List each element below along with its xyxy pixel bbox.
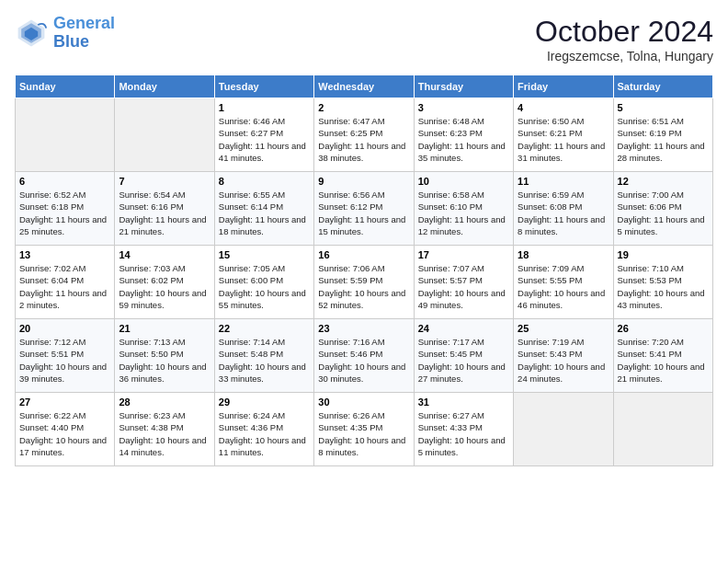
calendar-cell: 1Sunrise: 6:46 AM Sunset: 6:27 PM Daylig… bbox=[214, 98, 313, 172]
day-info: Sunrise: 6:51 AM Sunset: 6:19 PM Dayligh… bbox=[618, 115, 709, 164]
day-info: Sunrise: 6:27 AM Sunset: 4:33 PM Dayligh… bbox=[418, 409, 509, 458]
calendar-cell: 2Sunrise: 6:47 AM Sunset: 6:25 PM Daylig… bbox=[314, 98, 414, 172]
calendar-cell: 29Sunrise: 6:24 AM Sunset: 4:36 PM Dayli… bbox=[214, 393, 313, 466]
day-number: 22 bbox=[219, 323, 310, 334]
day-info: Sunrise: 6:55 AM Sunset: 6:14 PM Dayligh… bbox=[219, 189, 310, 237]
calendar-cell: 8Sunrise: 6:55 AM Sunset: 6:14 PM Daylig… bbox=[214, 172, 313, 246]
calendar-cell: 4Sunrise: 6:50 AM Sunset: 6:21 PM Daylig… bbox=[514, 98, 613, 172]
calendar-week-row: 20Sunrise: 7:12 AM Sunset: 5:51 PM Dayli… bbox=[16, 319, 713, 393]
day-info: Sunrise: 6:47 AM Sunset: 6:25 PM Dayligh… bbox=[318, 115, 409, 164]
calendar-cell: 9Sunrise: 6:56 AM Sunset: 6:12 PM Daylig… bbox=[314, 172, 414, 246]
day-number: 30 bbox=[318, 396, 409, 408]
day-info: Sunrise: 7:20 AM Sunset: 5:41 PM Dayligh… bbox=[618, 336, 709, 385]
day-number: 25 bbox=[518, 323, 609, 334]
page-header: General Blue October 2024 Iregszemcse, T… bbox=[15, 15, 713, 63]
calendar-cell: 13Sunrise: 7:02 AM Sunset: 6:04 PM Dayli… bbox=[16, 246, 115, 319]
day-info: Sunrise: 7:06 AM Sunset: 5:59 PM Dayligh… bbox=[318, 262, 409, 311]
day-number: 18 bbox=[518, 249, 609, 260]
col-header-wednesday: Wednesday bbox=[314, 75, 414, 98]
day-number: 16 bbox=[318, 249, 409, 260]
day-number: 9 bbox=[318, 176, 409, 187]
day-number: 12 bbox=[618, 176, 709, 187]
day-number: 23 bbox=[318, 323, 409, 334]
calendar-cell: 27Sunrise: 6:22 AM Sunset: 4:40 PM Dayli… bbox=[16, 393, 115, 466]
calendar-cell: 11Sunrise: 6:59 AM Sunset: 6:08 PM Dayli… bbox=[514, 172, 613, 246]
calendar-week-row: 1Sunrise: 6:46 AM Sunset: 6:27 PM Daylig… bbox=[16, 98, 713, 172]
calendar-cell: 14Sunrise: 7:03 AM Sunset: 6:02 PM Dayli… bbox=[115, 246, 214, 319]
day-info: Sunrise: 6:59 AM Sunset: 6:08 PM Dayligh… bbox=[518, 189, 609, 237]
calendar-cell bbox=[16, 98, 115, 172]
calendar-cell: 23Sunrise: 7:16 AM Sunset: 5:46 PM Dayli… bbox=[314, 319, 414, 393]
day-number: 17 bbox=[418, 249, 509, 260]
title-block: October 2024 Iregszemcse, Tolna, Hungary bbox=[535, 15, 713, 63]
day-number: 3 bbox=[418, 102, 509, 113]
col-header-sunday: Sunday bbox=[16, 75, 115, 98]
day-number: 11 bbox=[518, 176, 609, 187]
calendar-cell: 7Sunrise: 6:54 AM Sunset: 6:16 PM Daylig… bbox=[115, 172, 214, 246]
day-info: Sunrise: 7:05 AM Sunset: 6:00 PM Dayligh… bbox=[219, 262, 310, 311]
day-info: Sunrise: 7:12 AM Sunset: 5:51 PM Dayligh… bbox=[19, 336, 110, 385]
calendar-cell: 21Sunrise: 7:13 AM Sunset: 5:50 PM Dayli… bbox=[115, 319, 214, 393]
calendar-cell: 30Sunrise: 6:26 AM Sunset: 4:35 PM Dayli… bbox=[314, 393, 414, 466]
col-header-friday: Friday bbox=[514, 75, 613, 98]
calendar-cell bbox=[115, 98, 214, 172]
day-number: 5 bbox=[618, 102, 709, 113]
calendar-header-row: SundayMondayTuesdayWednesdayThursdayFrid… bbox=[16, 75, 713, 98]
day-info: Sunrise: 6:54 AM Sunset: 6:16 PM Dayligh… bbox=[119, 189, 210, 237]
day-info: Sunrise: 7:16 AM Sunset: 5:46 PM Dayligh… bbox=[318, 336, 409, 385]
calendar-cell: 18Sunrise: 7:09 AM Sunset: 5:55 PM Dayli… bbox=[514, 246, 613, 319]
day-info: Sunrise: 6:22 AM Sunset: 4:40 PM Dayligh… bbox=[19, 409, 110, 458]
day-info: Sunrise: 6:56 AM Sunset: 6:12 PM Dayligh… bbox=[318, 189, 409, 237]
calendar-week-row: 27Sunrise: 6:22 AM Sunset: 4:40 PM Dayli… bbox=[16, 393, 713, 466]
calendar-week-row: 6Sunrise: 6:52 AM Sunset: 6:18 PM Daylig… bbox=[16, 172, 713, 246]
calendar-cell: 10Sunrise: 6:58 AM Sunset: 6:10 PM Dayli… bbox=[414, 172, 513, 246]
day-info: Sunrise: 7:10 AM Sunset: 5:53 PM Dayligh… bbox=[618, 262, 709, 311]
day-info: Sunrise: 6:50 AM Sunset: 6:21 PM Dayligh… bbox=[518, 115, 609, 164]
day-info: Sunrise: 7:19 AM Sunset: 5:43 PM Dayligh… bbox=[518, 336, 609, 385]
location-subtitle: Iregszemcse, Tolna, Hungary bbox=[535, 49, 713, 63]
calendar-cell: 31Sunrise: 6:27 AM Sunset: 4:33 PM Dayli… bbox=[414, 393, 513, 466]
calendar-cell: 28Sunrise: 6:23 AM Sunset: 4:38 PM Dayli… bbox=[115, 393, 214, 466]
day-number: 24 bbox=[418, 323, 509, 334]
calendar-cell: 16Sunrise: 7:06 AM Sunset: 5:59 PM Dayli… bbox=[314, 246, 414, 319]
calendar-cell: 24Sunrise: 7:17 AM Sunset: 5:45 PM Dayli… bbox=[414, 319, 513, 393]
day-info: Sunrise: 6:23 AM Sunset: 4:38 PM Dayligh… bbox=[119, 409, 210, 458]
calendar-body: 1Sunrise: 6:46 AM Sunset: 6:27 PM Daylig… bbox=[16, 98, 713, 466]
calendar-cell: 20Sunrise: 7:12 AM Sunset: 5:51 PM Dayli… bbox=[16, 319, 115, 393]
calendar-cell: 3Sunrise: 6:48 AM Sunset: 6:23 PM Daylig… bbox=[414, 98, 513, 172]
day-number: 4 bbox=[518, 102, 609, 113]
day-info: Sunrise: 6:26 AM Sunset: 4:35 PM Dayligh… bbox=[318, 409, 409, 458]
day-info: Sunrise: 7:14 AM Sunset: 5:48 PM Dayligh… bbox=[219, 336, 310, 385]
day-number: 1 bbox=[219, 102, 310, 113]
logo: General Blue bbox=[15, 15, 115, 52]
calendar-cell: 6Sunrise: 6:52 AM Sunset: 6:18 PM Daylig… bbox=[16, 172, 115, 246]
col-header-monday: Monday bbox=[115, 75, 214, 98]
day-number: 10 bbox=[418, 176, 509, 187]
calendar-cell: 12Sunrise: 7:00 AM Sunset: 6:06 PM Dayli… bbox=[613, 172, 712, 246]
day-number: 26 bbox=[618, 323, 709, 334]
calendar-table: SundayMondayTuesdayWednesdayThursdayFrid… bbox=[15, 75, 713, 466]
day-number: 14 bbox=[119, 249, 210, 260]
day-number: 8 bbox=[219, 176, 310, 187]
day-info: Sunrise: 6:24 AM Sunset: 4:36 PM Dayligh… bbox=[219, 409, 310, 458]
col-header-saturday: Saturday bbox=[613, 75, 712, 98]
day-number: 6 bbox=[19, 176, 110, 187]
col-header-thursday: Thursday bbox=[414, 75, 513, 98]
day-number: 15 bbox=[219, 249, 310, 260]
day-info: Sunrise: 7:00 AM Sunset: 6:06 PM Dayligh… bbox=[618, 189, 709, 237]
logo-text: General Blue bbox=[53, 15, 115, 52]
day-info: Sunrise: 6:46 AM Sunset: 6:27 PM Dayligh… bbox=[219, 115, 310, 164]
day-info: Sunrise: 7:02 AM Sunset: 6:04 PM Dayligh… bbox=[19, 262, 110, 311]
calendar-week-row: 13Sunrise: 7:02 AM Sunset: 6:04 PM Dayli… bbox=[16, 246, 713, 319]
day-number: 28 bbox=[119, 396, 210, 408]
calendar-cell: 17Sunrise: 7:07 AM Sunset: 5:57 PM Dayli… bbox=[414, 246, 513, 319]
day-number: 27 bbox=[19, 396, 110, 408]
day-number: 7 bbox=[119, 176, 210, 187]
calendar-cell bbox=[514, 393, 613, 466]
month-title: October 2024 bbox=[535, 15, 713, 49]
logo-icon bbox=[15, 17, 48, 50]
day-number: 21 bbox=[119, 323, 210, 334]
day-number: 29 bbox=[219, 396, 310, 408]
calendar-cell: 15Sunrise: 7:05 AM Sunset: 6:00 PM Dayli… bbox=[214, 246, 313, 319]
calendar-cell: 26Sunrise: 7:20 AM Sunset: 5:41 PM Dayli… bbox=[613, 319, 712, 393]
